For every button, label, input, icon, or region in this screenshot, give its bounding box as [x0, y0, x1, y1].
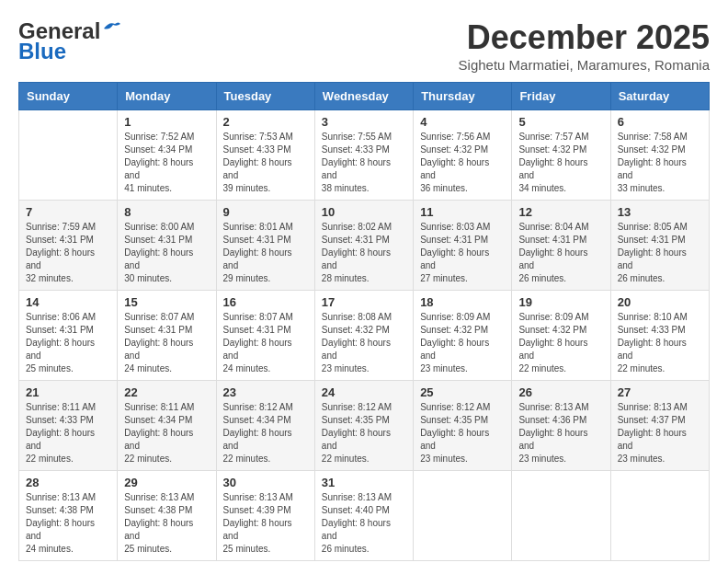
- calendar-cell: 4Sunrise: 7:56 AMSunset: 4:32 PMDaylight…: [414, 110, 512, 201]
- page-header: General Blue December 2025 Sighetu Marma…: [18, 18, 710, 73]
- day-number: 16: [223, 295, 308, 309]
- day-number: 5: [518, 115, 603, 129]
- calendar-cell: [19, 110, 118, 201]
- calendar-header-row: SundayMondayTuesdayWednesdayThursdayFrid…: [19, 83, 710, 110]
- calendar-cell: 20Sunrise: 8:10 AMSunset: 4:33 PMDayligh…: [610, 291, 709, 381]
- calendar-cell: 25Sunrise: 8:12 AMSunset: 4:35 PMDayligh…: [414, 381, 512, 471]
- calendar-cell: 16Sunrise: 8:07 AMSunset: 4:31 PMDayligh…: [216, 291, 314, 381]
- calendar-week-row: 7Sunrise: 7:59 AMSunset: 4:31 PMDaylight…: [19, 201, 710, 291]
- day-info: Sunrise: 8:13 AMSunset: 4:38 PMDaylight:…: [26, 491, 110, 556]
- day-number: 6: [618, 115, 702, 129]
- day-of-week-header: Sunday: [19, 83, 118, 110]
- day-info: Sunrise: 7:55 AMSunset: 4:33 PMDaylight:…: [322, 131, 406, 195]
- day-of-week-header: Monday: [118, 83, 216, 110]
- day-number: 13: [618, 205, 702, 219]
- calendar-body: 1Sunrise: 7:52 AMSunset: 4:34 PMDaylight…: [19, 110, 710, 561]
- day-number: 10: [322, 205, 406, 219]
- day-number: 8: [124, 205, 209, 219]
- day-info: Sunrise: 7:58 AMSunset: 4:32 PMDaylight:…: [618, 131, 702, 195]
- location: Sighetu Marmatiei, Maramures, Romania: [459, 57, 710, 73]
- calendar-cell: [414, 471, 512, 561]
- day-number: 31: [322, 476, 406, 489]
- day-number: 18: [420, 295, 505, 309]
- day-info: Sunrise: 7:56 AMSunset: 4:32 PMDaylight:…: [420, 131, 505, 195]
- calendar-cell: 26Sunrise: 8:13 AMSunset: 4:36 PMDayligh…: [512, 381, 610, 471]
- calendar-cell: 7Sunrise: 7:59 AMSunset: 4:31 PMDaylight…: [19, 201, 118, 291]
- calendar-cell: 1Sunrise: 7:52 AMSunset: 4:34 PMDaylight…: [118, 110, 216, 201]
- day-of-week-header: Thursday: [414, 83, 512, 110]
- day-info: Sunrise: 7:53 AMSunset: 4:33 PMDaylight:…: [223, 131, 308, 195]
- day-info: Sunrise: 8:10 AMSunset: 4:33 PMDaylight:…: [618, 311, 702, 375]
- day-number: 26: [518, 385, 603, 399]
- day-info: Sunrise: 8:01 AMSunset: 4:31 PMDaylight:…: [223, 221, 308, 285]
- day-info: Sunrise: 8:09 AMSunset: 4:32 PMDaylight:…: [518, 311, 603, 375]
- day-info: Sunrise: 8:11 AMSunset: 4:33 PMDaylight:…: [26, 401, 110, 465]
- day-number: 27: [618, 385, 702, 399]
- calendar-cell: 2Sunrise: 7:53 AMSunset: 4:33 PMDaylight…: [216, 110, 314, 201]
- day-info: Sunrise: 8:03 AMSunset: 4:31 PMDaylight:…: [420, 221, 505, 285]
- calendar-cell: [610, 471, 709, 561]
- calendar-cell: 11Sunrise: 8:03 AMSunset: 4:31 PMDayligh…: [414, 201, 512, 291]
- day-number: 23: [223, 385, 308, 399]
- day-of-week-header: Wednesday: [314, 83, 413, 110]
- day-info: Sunrise: 8:12 AMSunset: 4:35 PMDaylight:…: [322, 401, 406, 465]
- day-number: 1: [124, 115, 209, 129]
- calendar-cell: 3Sunrise: 7:55 AMSunset: 4:33 PMDaylight…: [314, 110, 413, 201]
- day-info: Sunrise: 8:13 AMSunset: 4:36 PMDaylight:…: [518, 401, 603, 465]
- day-info: Sunrise: 8:12 AMSunset: 4:34 PMDaylight:…: [223, 401, 308, 465]
- day-number: 28: [26, 476, 110, 489]
- day-info: Sunrise: 8:07 AMSunset: 4:31 PMDaylight:…: [223, 311, 308, 375]
- day-info: Sunrise: 8:04 AMSunset: 4:31 PMDaylight:…: [518, 221, 603, 285]
- day-of-week-header: Tuesday: [216, 83, 314, 110]
- day-info: Sunrise: 8:00 AMSunset: 4:31 PMDaylight:…: [124, 221, 209, 285]
- day-number: 4: [420, 115, 505, 129]
- month-title: December 2025: [459, 18, 710, 57]
- day-number: 25: [420, 385, 505, 399]
- calendar: SundayMondayTuesdayWednesdayThursdayFrid…: [18, 82, 710, 561]
- calendar-cell: 15Sunrise: 8:07 AMSunset: 4:31 PMDayligh…: [118, 291, 216, 381]
- day-of-week-header: Saturday: [610, 83, 709, 110]
- calendar-cell: 23Sunrise: 8:12 AMSunset: 4:34 PMDayligh…: [216, 381, 314, 471]
- day-info: Sunrise: 8:07 AMSunset: 4:31 PMDaylight:…: [124, 311, 209, 375]
- calendar-cell: 22Sunrise: 8:11 AMSunset: 4:34 PMDayligh…: [118, 381, 216, 471]
- day-info: Sunrise: 8:06 AMSunset: 4:31 PMDaylight:…: [26, 311, 110, 375]
- title-section: December 2025 Sighetu Marmatiei, Maramur…: [459, 18, 710, 73]
- day-number: 9: [223, 205, 308, 219]
- calendar-cell: 13Sunrise: 8:05 AMSunset: 4:31 PMDayligh…: [610, 201, 709, 291]
- day-number: 30: [223, 476, 308, 489]
- logo-bird-icon: [102, 19, 122, 36]
- calendar-cell: 5Sunrise: 7:57 AMSunset: 4:32 PMDaylight…: [512, 110, 610, 201]
- calendar-cell: 29Sunrise: 8:13 AMSunset: 4:38 PMDayligh…: [118, 471, 216, 561]
- day-number: 2: [223, 115, 308, 129]
- day-info: Sunrise: 8:02 AMSunset: 4:31 PMDaylight:…: [322, 221, 406, 285]
- calendar-cell: 9Sunrise: 8:01 AMSunset: 4:31 PMDaylight…: [216, 201, 314, 291]
- day-info: Sunrise: 8:05 AMSunset: 4:31 PMDaylight:…: [618, 221, 702, 285]
- calendar-cell: 10Sunrise: 8:02 AMSunset: 4:31 PMDayligh…: [314, 201, 413, 291]
- day-number: 29: [124, 476, 209, 489]
- calendar-week-row: 14Sunrise: 8:06 AMSunset: 4:31 PMDayligh…: [19, 291, 710, 381]
- day-number: 19: [518, 295, 603, 309]
- day-info: Sunrise: 7:52 AMSunset: 4:34 PMDaylight:…: [124, 131, 209, 195]
- calendar-week-row: 21Sunrise: 8:11 AMSunset: 4:33 PMDayligh…: [19, 381, 710, 471]
- calendar-cell: 31Sunrise: 8:13 AMSunset: 4:40 PMDayligh…: [314, 471, 413, 561]
- day-number: 21: [26, 385, 110, 399]
- calendar-cell: 30Sunrise: 8:13 AMSunset: 4:39 PMDayligh…: [216, 471, 314, 561]
- calendar-cell: 19Sunrise: 8:09 AMSunset: 4:32 PMDayligh…: [512, 291, 610, 381]
- calendar-cell: 6Sunrise: 7:58 AMSunset: 4:32 PMDaylight…: [610, 110, 709, 201]
- day-info: Sunrise: 8:11 AMSunset: 4:34 PMDaylight:…: [124, 401, 209, 465]
- day-number: 17: [322, 295, 406, 309]
- calendar-cell: 17Sunrise: 8:08 AMSunset: 4:32 PMDayligh…: [314, 291, 413, 381]
- calendar-cell: [512, 471, 610, 561]
- calendar-cell: 28Sunrise: 8:13 AMSunset: 4:38 PMDayligh…: [19, 471, 118, 561]
- day-number: 15: [124, 295, 209, 309]
- day-info: Sunrise: 8:13 AMSunset: 4:37 PMDaylight:…: [618, 401, 702, 465]
- day-info: Sunrise: 7:57 AMSunset: 4:32 PMDaylight:…: [518, 131, 603, 195]
- calendar-cell: 8Sunrise: 8:00 AMSunset: 4:31 PMDaylight…: [118, 201, 216, 291]
- day-number: 20: [618, 295, 702, 309]
- day-of-week-header: Friday: [512, 83, 610, 110]
- day-number: 3: [322, 115, 406, 129]
- calendar-cell: 12Sunrise: 8:04 AMSunset: 4:31 PMDayligh…: [512, 201, 610, 291]
- calendar-cell: 27Sunrise: 8:13 AMSunset: 4:37 PMDayligh…: [610, 381, 709, 471]
- day-info: Sunrise: 7:59 AMSunset: 4:31 PMDaylight:…: [26, 221, 110, 285]
- day-number: 14: [26, 295, 110, 309]
